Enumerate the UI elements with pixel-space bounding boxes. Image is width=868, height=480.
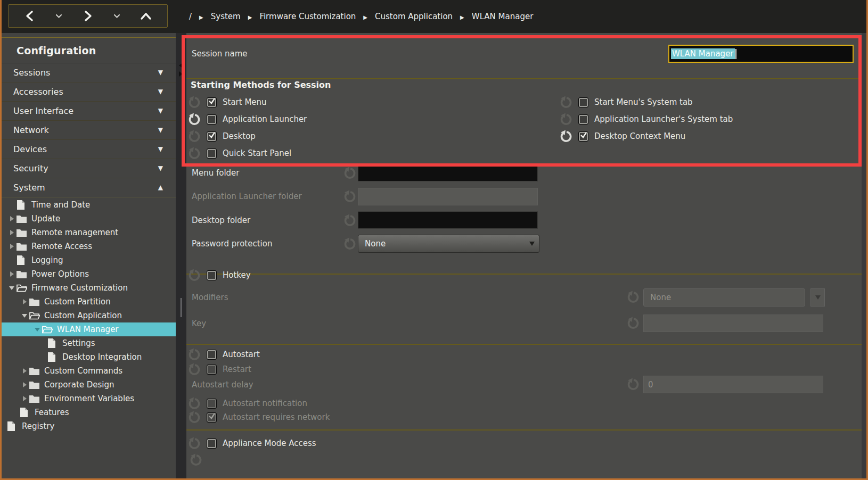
expand-arrow-icon[interactable] [10,216,14,221]
forward-history-dropdown-icon[interactable] [112,7,121,25]
top-navigation-bar: / ▶ System ▶ Firmware Customization ▶ Cu… [2,0,866,34]
reset-icon[interactable] [187,96,201,109]
start-menu-system-tab-checkbox[interactable] [578,97,588,107]
tree-item-remote-management[interactable]: Remote management [2,226,181,239]
breadcrumb-item-wlan-manager[interactable]: WLAN Manager [472,12,534,21]
expand-arrow-icon[interactable] [23,368,27,374]
quick-start-panel-checkbox[interactable] [207,148,217,159]
tree-item-custom-partition[interactable]: Custom Partition [2,295,194,309]
reset-icon [626,317,640,330]
sidebar-section-user-interface[interactable]: User Interface▼ [2,101,176,121]
folder-icon [29,395,41,403]
tree-item-custom-application[interactable]: Custom Application [2,309,194,322]
folder-open-icon [29,312,41,320]
collapse-arrow-icon[interactable] [9,286,14,290]
breadcrumb-item-system[interactable]: System [211,12,241,21]
appliance-mode-access-checkbox[interactable] [207,438,217,449]
expand-arrow-icon[interactable] [10,230,14,235]
forward-button[interactable] [80,7,96,25]
hotkey-row: Hotkey [187,267,251,284]
breadcrumb-item-firmware-customization[interactable]: Firmware Customization [259,12,356,21]
breadcrumb-item-custom-application[interactable]: Custom Application [375,12,453,21]
setup-window: / ▶ System ▶ Firmware Customization ▶ Cu… [0,0,868,480]
session-name-input[interactable]: WLAN Manager [668,45,854,63]
breadcrumb-root[interactable]: / [189,12,192,21]
tree-item-features[interactable]: Features [2,405,194,419]
desktop-folder-label: Desktop folder [192,216,250,225]
collapse-right-icon[interactable] [179,71,183,77]
tree-item-time-and-date[interactable]: Time and Date [2,198,181,212]
sidebar-section-network[interactable]: Network▼ [2,120,176,140]
tree-item-custom-commands[interactable]: Custom Commands [2,364,194,378]
collapse-left-icon[interactable] [179,63,183,68]
tree-item-registry[interactable]: Registry [2,419,181,433]
reset-icon[interactable] [187,348,201,361]
text-cursor [735,49,736,59]
reset-icon[interactable] [559,96,572,109]
reset-icon[interactable] [343,214,356,227]
expand-arrow-icon[interactable] [23,382,27,387]
nav-button-group [8,4,168,28]
file-icon [7,421,19,432]
start-menu-row: Start Menu [187,94,267,111]
reset-icon[interactable] [187,147,201,160]
back-history-dropdown-icon[interactable] [54,7,64,25]
reset-icon [626,378,640,391]
tree-item-environment-variables[interactable]: Environment Variables [2,392,194,405]
reset-icon[interactable] [187,130,201,143]
sidebar-section-sessions[interactable]: Sessions▼ [2,63,176,82]
tree-item-remote-access[interactable]: Remote Access [2,239,181,253]
reset-icon[interactable] [559,113,572,126]
back-button[interactable] [22,7,38,25]
sidebar-section-accessories[interactable]: Accessories▼ [2,82,176,102]
expand-arrow-icon[interactable] [23,396,27,401]
sidebar-section-system[interactable]: System▲ [2,178,176,197]
autostart-checkbox[interactable] [207,350,217,360]
hotkey-checkbox[interactable] [207,270,217,280]
tree-item-power-options[interactable]: Power Options [2,267,181,281]
application-launcher-system-tab-checkbox[interactable] [578,114,588,125]
reset-icon[interactable] [187,269,201,282]
chevron-down-icon: ▼ [158,126,163,134]
sidebar-section-security[interactable]: Security▼ [2,159,176,178]
key-input [643,315,823,332]
folder-icon [17,243,28,251]
panel-splitter[interactable] [176,33,186,480]
reset-icon[interactable] [559,130,572,143]
desktop-context-menu-row: Desktop Context Menu [559,128,685,145]
desktop-context-menu-checkbox[interactable] [578,131,588,142]
desktop-folder-input[interactable] [358,211,538,229]
modifiers-select: None [643,288,805,307]
tree-item-update[interactable]: Update [2,212,181,226]
collapse-arrow-icon[interactable] [22,314,27,318]
autostart-notification-checkbox [207,399,217,409]
tree-item-firmware-customization[interactable]: Firmware Customization [2,281,181,295]
chevron-down-icon: ▼ [158,88,163,95]
reset-icon[interactable] [187,437,201,450]
collapse-arrow-icon[interactable] [35,328,40,332]
menu-folder-input[interactable] [358,164,538,181]
file-icon [20,408,31,418]
desktop-checkbox[interactable] [207,131,217,142]
start-menu-checkbox[interactable] [207,97,217,107]
application-launcher-row: Application Launcher [187,111,307,128]
reset-icon[interactable] [187,113,201,126]
sidebar-section-devices[interactable]: Devices▼ [2,139,176,159]
application-launcher-checkbox[interactable] [207,114,217,125]
expand-arrow-icon[interactable] [23,299,27,304]
section-divider [186,344,862,345]
autostart-requires-network-checkbox [207,412,217,423]
tree-item-corporate-design[interactable]: Corporate Design [2,378,194,392]
modifiers-select-arrow [810,288,825,307]
password-protection-select[interactable]: None [358,235,539,253]
splitter-handle[interactable] [181,298,182,317]
breadcrumb-separator-icon: ▶ [460,14,464,20]
expand-arrow-icon[interactable] [10,244,14,249]
scrollbar-track[interactable] [862,33,866,480]
up-button[interactable] [138,7,154,25]
expand-arrow-icon[interactable] [10,271,14,277]
reset-icon[interactable] [343,167,356,180]
tree-item-logging[interactable]: Logging [2,253,181,267]
folder-icon [29,381,41,389]
reset-icon[interactable] [343,237,356,251]
